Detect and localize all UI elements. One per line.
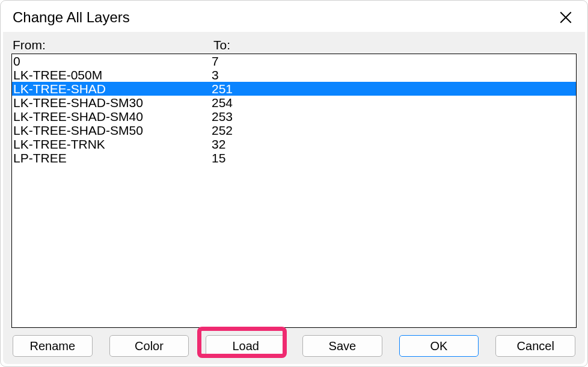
dialog-title: Change All Layers — [13, 9, 130, 26]
cancel-button[interactable]: Cancel — [495, 335, 575, 357]
load-button[interactable]: Load — [206, 335, 286, 357]
ok-button[interactable]: OK — [399, 335, 479, 357]
layer-from-cell: LK-TREE-TRNK — [13, 137, 212, 151]
layer-from-cell: LK-TREE-SHAD-SM40 — [13, 109, 212, 123]
layer-mapping-list[interactable]: 07LK-TREE-050M3LK-TREE-SHAD251LK-TREE-SH… — [11, 54, 577, 328]
column-headers: From: To: — [11, 38, 577, 52]
change-all-layers-dialog: Change All Layers From: To: 07LK-TREE-05… — [0, 0, 588, 367]
header-to: To: — [213, 38, 575, 52]
layer-row[interactable]: 07 — [12, 54, 576, 68]
layer-row[interactable]: LK-TREE-TRNK32 — [12, 137, 576, 151]
layer-row[interactable]: LK-TREE-SHAD-SM30254 — [12, 96, 576, 109]
layer-from-cell: 0 — [13, 54, 212, 68]
layer-to-cell: 254 — [212, 96, 575, 109]
layer-to-cell: 251 — [212, 82, 575, 96]
dialog-content: From: To: 07LK-TREE-050M3LK-TREE-SHAD251… — [3, 32, 585, 364]
save-button[interactable]: Save — [302, 335, 382, 357]
color-button[interactable]: Color — [109, 335, 189, 357]
layer-to-cell: 7 — [212, 54, 575, 68]
layer-row[interactable]: LK-TREE-050M3 — [12, 68, 576, 82]
button-row: Rename Color Load Save OK Cancel — [11, 335, 577, 357]
layer-from-cell: LK-TREE-SHAD — [13, 82, 212, 96]
layer-to-cell: 15 — [212, 151, 575, 165]
layer-to-cell: 253 — [212, 109, 575, 123]
rename-button[interactable]: Rename — [13, 335, 93, 357]
layer-to-cell: 3 — [212, 68, 575, 82]
layer-row[interactable]: LK-TREE-SHAD-SM40253 — [12, 109, 576, 123]
titlebar: Change All Layers — [1, 1, 587, 32]
layer-to-cell: 252 — [212, 123, 575, 137]
layer-row[interactable]: LP-TREE15 — [12, 151, 576, 165]
close-icon — [560, 11, 572, 23]
layer-from-cell: LP-TREE — [13, 151, 212, 165]
layer-row[interactable]: LK-TREE-SHAD251 — [12, 82, 576, 96]
layer-from-cell: LK-TREE-050M — [13, 68, 212, 82]
layer-to-cell: 32 — [212, 137, 575, 151]
close-button[interactable] — [555, 7, 577, 28]
layer-from-cell: LK-TREE-SHAD-SM50 — [13, 123, 212, 137]
header-from: From: — [13, 38, 213, 52]
layer-row[interactable]: LK-TREE-SHAD-SM50252 — [12, 123, 576, 137]
layer-from-cell: LK-TREE-SHAD-SM30 — [13, 96, 212, 109]
